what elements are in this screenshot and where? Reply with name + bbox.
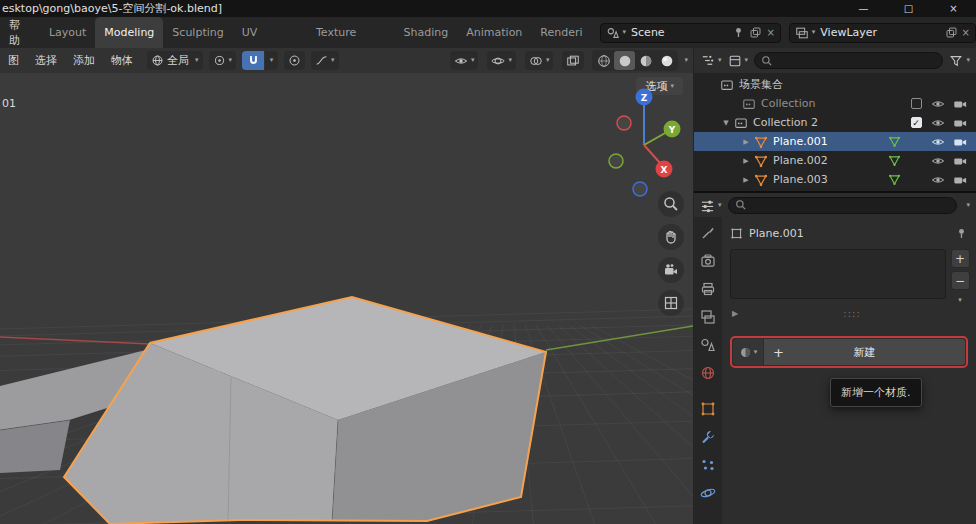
viewlayer-selector[interactable]: ▾ ViewLayer ×: [789, 23, 976, 43]
menu-add[interactable]: 添加: [65, 53, 103, 68]
expand-caret-icon[interactable]: ▶: [738, 176, 754, 184]
browse-material-dropdown[interactable]: ▾: [733, 339, 763, 365]
render-camera-icon[interactable]: [952, 97, 968, 111]
workspace-tab-texture-paint[interactable]: Texture Paint: [307, 17, 395, 48]
tab-world-icon[interactable]: [700, 365, 716, 381]
remove-icon[interactable]: ×: [962, 27, 970, 38]
minimize-button[interactable]: —: [841, 0, 886, 17]
pin-icon[interactable]: [732, 26, 745, 39]
outliner-row-scene-collection[interactable]: 场景集合: [694, 75, 976, 94]
outliner-row-collection-2[interactable]: ▼ Collection 2 ✓: [694, 113, 976, 132]
scene-selector[interactable]: ▾ Scene ×: [600, 23, 781, 43]
shading-solid-button[interactable]: [614, 51, 635, 70]
material-slots-list[interactable]: [730, 249, 946, 299]
pivot-point-dropdown[interactable]: ▾: [209, 51, 237, 70]
close-button[interactable]: ×: [931, 0, 976, 17]
properties-header: ▾ ▾: [694, 193, 976, 217]
render-camera-icon[interactable]: [952, 154, 968, 168]
hide-eye-icon[interactable]: [930, 97, 946, 111]
3d-viewport[interactable]: 01 选项 ▾ Z Y X: [0, 73, 693, 524]
collapse-caret-icon[interactable]: ▼: [718, 119, 734, 127]
tab-particles-icon[interactable]: [700, 457, 716, 473]
chevron-down-icon[interactable]: ▾: [718, 202, 722, 209]
workspace-tab-animation[interactable]: Animation: [457, 17, 531, 48]
outliner-row-plane-003[interactable]: ▶ Plane.003: [694, 170, 976, 189]
hide-eye-icon[interactable]: [930, 173, 946, 187]
chevron-down-icon[interactable]: ▾: [966, 57, 970, 64]
tab-scene-icon[interactable]: [700, 337, 716, 353]
titlebar: esktop\gong\baoye\5-空间分割-ok.blend] — □ ×: [0, 0, 976, 17]
editor-type-properties-icon[interactable]: [700, 198, 715, 213]
exclude-checkbox[interactable]: [911, 98, 922, 109]
outliner-row-collection[interactable]: Collection: [694, 94, 976, 113]
unlink-icon[interactable]: ×: [766, 27, 774, 38]
tab-tool-icon[interactable]: [700, 225, 716, 241]
workspace-tab-rendering[interactable]: Renderi: [531, 17, 591, 48]
proportional-editing-toggle[interactable]: [284, 51, 305, 70]
tab-output-icon[interactable]: [700, 281, 716, 297]
display-mode-icon[interactable]: [728, 54, 742, 68]
ortho-grid-tool[interactable]: [658, 290, 684, 316]
new-copy-icon[interactable]: [749, 26, 762, 39]
tab-physics-icon[interactable]: [700, 485, 716, 501]
tab-viewlayer-icon[interactable]: [700, 309, 716, 325]
new-material-button[interactable]: + 新建: [764, 339, 965, 365]
editor-type-outliner-icon[interactable]: [700, 53, 715, 68]
overlays-dropdown[interactable]: ▾: [525, 51, 554, 70]
viewport-canvas[interactable]: [0, 73, 693, 524]
expand-caret-icon[interactable]: ▶: [738, 138, 754, 146]
chevron-down-icon[interactable]: ▾: [745, 57, 749, 64]
menu-view[interactable]: 图: [0, 53, 27, 68]
gizmos-dropdown[interactable]: ▾: [487, 51, 516, 70]
workspace-tab-shading[interactable]: Shading: [395, 17, 458, 48]
maximize-button[interactable]: □: [886, 0, 931, 17]
falloff-dropdown[interactable]: ▾: [311, 51, 339, 70]
resize-grip[interactable]: ::::: [738, 308, 966, 319]
workspace-tab-uv-editing[interactable]: UV Editing: [233, 17, 307, 48]
snap-magnet-toggle[interactable]: [242, 51, 264, 70]
object-visibility-dropdown[interactable]: ▾: [450, 51, 479, 70]
pin-icon[interactable]: [955, 227, 968, 240]
menu-help[interactable]: 帮助: [0, 18, 40, 48]
workspace-tab-layout[interactable]: Layout: [40, 17, 95, 48]
tab-modifiers-icon[interactable]: [700, 429, 716, 445]
filter-funnel-icon[interactable]: [949, 54, 963, 68]
transform-orientation-dropdown[interactable]: 全局 ▾: [147, 51, 203, 70]
add-slot-button[interactable]: +: [951, 249, 970, 268]
chevron-down-icon[interactable]: ▾: [966, 202, 970, 209]
tab-object-icon[interactable]: [700, 401, 716, 417]
zoom-tool[interactable]: [658, 191, 684, 217]
slot-specials-dropdown[interactable]: ▾: [958, 297, 962, 304]
render-camera-icon[interactable]: [952, 135, 968, 149]
navigation-gizmo[interactable]: Z Y X: [604, 85, 688, 203]
hide-eye-icon[interactable]: [930, 154, 946, 168]
shading-wireframe-button[interactable]: [593, 51, 614, 70]
tab-render-icon[interactable]: [700, 253, 716, 269]
properties-search-input[interactable]: [728, 197, 958, 214]
menu-select[interactable]: 选择: [27, 53, 65, 68]
render-camera-icon[interactable]: [952, 116, 968, 130]
camera-view-tool[interactable]: [658, 257, 684, 283]
shading-material-button[interactable]: [635, 51, 656, 70]
snap-settings-dropdown[interactable]: ▾: [265, 51, 278, 70]
outliner-row-plane-002[interactable]: ▶ Plane.002: [694, 151, 976, 170]
render-camera-icon[interactable]: [952, 173, 968, 187]
expand-caret-icon[interactable]: ▶: [738, 157, 754, 165]
xray-toggle[interactable]: [562, 51, 584, 70]
outliner-search-input[interactable]: [754, 52, 943, 69]
remove-slot-button[interactable]: −: [951, 271, 970, 290]
shading-rendered-button[interactable]: [656, 51, 677, 70]
new-copy-icon[interactable]: [945, 26, 958, 39]
workspace-tab-sculpting[interactable]: Sculpting: [163, 17, 232, 48]
shading-dropdown[interactable]: ▾: [684, 57, 688, 64]
workspace-tab-modeling[interactable]: Modeling: [95, 17, 163, 48]
selected-mesh-object[interactable]: [64, 297, 546, 524]
hide-eye-icon[interactable]: [930, 135, 946, 149]
outliner-panel: 场景集合 Collection ▼: [694, 73, 976, 191]
menu-object[interactable]: 物体: [103, 53, 141, 68]
exclude-checkbox[interactable]: ✓: [911, 117, 922, 128]
outliner-row-plane-001[interactable]: ▶ Plane.001: [694, 132, 976, 151]
chevron-down-icon[interactable]: ▾: [718, 57, 722, 64]
pan-hand-tool[interactable]: [658, 224, 684, 250]
hide-eye-icon[interactable]: [930, 116, 946, 130]
